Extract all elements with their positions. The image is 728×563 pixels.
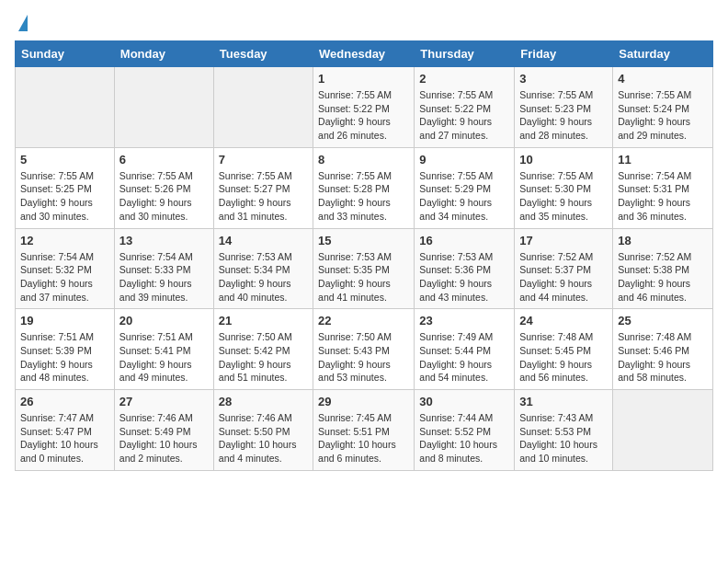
weekday-header-wednesday: Wednesday: [313, 41, 415, 67]
calendar-cell: 27Sunrise: 7:46 AM Sunset: 5:49 PM Dayli…: [114, 390, 213, 471]
day-number: 24: [519, 314, 608, 327]
day-number: 14: [219, 234, 308, 247]
weekday-header-monday: Monday: [114, 41, 213, 67]
day-info: Sunrise: 7:51 AM Sunset: 5:41 PM Dayligh…: [119, 330, 209, 385]
calendar-cell: 6Sunrise: 7:55 AM Sunset: 5:26 PM Daylig…: [114, 147, 213, 228]
calendar-cell: 21Sunrise: 7:50 AM Sunset: 5:42 PM Dayli…: [213, 309, 313, 390]
day-info: Sunrise: 7:52 AM Sunset: 5:38 PM Dayligh…: [618, 250, 708, 304]
day-info: Sunrise: 7:54 AM Sunset: 5:33 PM Dayligh…: [119, 250, 209, 304]
day-number: 9: [419, 153, 509, 167]
day-number: 27: [119, 395, 209, 408]
weekday-header-saturday: Saturday: [613, 41, 713, 67]
calendar-cell: 20Sunrise: 7:51 AM Sunset: 5:41 PM Dayli…: [114, 309, 213, 390]
day-info: Sunrise: 7:55 AM Sunset: 5:29 PM Dayligh…: [419, 169, 509, 224]
day-number: 30: [419, 395, 509, 408]
calendar-cell: [613, 390, 713, 471]
day-number: 17: [519, 234, 608, 247]
calendar-cell: 1Sunrise: 7:55 AM Sunset: 5:22 PM Daylig…: [313, 67, 415, 148]
calendar-cell: 8Sunrise: 7:55 AM Sunset: 5:28 PM Daylig…: [313, 147, 415, 228]
weekday-header-friday: Friday: [515, 41, 613, 67]
day-number: 6: [119, 153, 209, 167]
day-info: Sunrise: 7:44 AM Sunset: 5:52 PM Dayligh…: [419, 411, 509, 465]
calendar-cell: 9Sunrise: 7:55 AM Sunset: 5:29 PM Daylig…: [415, 147, 515, 228]
day-info: Sunrise: 7:53 AM Sunset: 5:34 PM Dayligh…: [219, 250, 308, 304]
day-info: Sunrise: 7:55 AM Sunset: 5:25 PM Dayligh…: [20, 169, 109, 224]
day-info: Sunrise: 7:52 AM Sunset: 5:37 PM Dayligh…: [519, 250, 608, 304]
calendar-week-row: 19Sunrise: 7:51 AM Sunset: 5:39 PM Dayli…: [16, 309, 713, 390]
day-info: Sunrise: 7:46 AM Sunset: 5:50 PM Dayligh…: [219, 411, 308, 465]
calendar-cell: 12Sunrise: 7:54 AM Sunset: 5:32 PM Dayli…: [16, 228, 115, 309]
day-info: Sunrise: 7:55 AM Sunset: 5:22 PM Dayligh…: [419, 88, 509, 143]
calendar-cell: 22Sunrise: 7:50 AM Sunset: 5:43 PM Dayli…: [313, 309, 415, 390]
day-info: Sunrise: 7:45 AM Sunset: 5:51 PM Dayligh…: [318, 411, 409, 465]
day-number: 13: [119, 234, 209, 247]
day-info: Sunrise: 7:43 AM Sunset: 5:53 PM Dayligh…: [519, 411, 608, 465]
calendar-cell: 10Sunrise: 7:55 AM Sunset: 5:30 PM Dayli…: [515, 147, 613, 228]
day-number: 7: [219, 153, 308, 167]
day-number: 2: [419, 72, 509, 86]
day-number: 29: [318, 395, 409, 408]
day-number: 25: [618, 314, 708, 327]
calendar-cell: 3Sunrise: 7:55 AM Sunset: 5:23 PM Daylig…: [515, 67, 613, 148]
page-header: [15, 15, 713, 31]
calendar-cell: [16, 67, 115, 148]
calendar-cell: 24Sunrise: 7:48 AM Sunset: 5:45 PM Dayli…: [515, 309, 613, 390]
calendar-cell: [114, 67, 213, 148]
calendar-cell: [213, 67, 313, 148]
day-info: Sunrise: 7:46 AM Sunset: 5:49 PM Dayligh…: [119, 411, 209, 465]
day-number: 3: [519, 72, 608, 86]
day-number: 26: [20, 395, 109, 408]
logo-triangle-icon: [18, 15, 28, 31]
day-number: 21: [219, 314, 308, 327]
day-number: 8: [318, 153, 409, 167]
calendar-cell: 29Sunrise: 7:45 AM Sunset: 5:51 PM Dayli…: [313, 390, 415, 471]
day-info: Sunrise: 7:55 AM Sunset: 5:23 PM Dayligh…: [519, 88, 608, 143]
weekday-header-thursday: Thursday: [415, 41, 515, 67]
day-number: 16: [419, 234, 509, 247]
calendar-cell: 13Sunrise: 7:54 AM Sunset: 5:33 PM Dayli…: [114, 228, 213, 309]
day-number: 19: [20, 314, 109, 327]
calendar-header-row: SundayMondayTuesdayWednesdayThursdayFrid…: [16, 41, 713, 67]
calendar-cell: 15Sunrise: 7:53 AM Sunset: 5:35 PM Dayli…: [313, 228, 415, 309]
calendar-cell: 23Sunrise: 7:49 AM Sunset: 5:44 PM Dayli…: [415, 309, 515, 390]
day-info: Sunrise: 7:55 AM Sunset: 5:28 PM Dayligh…: [318, 169, 409, 224]
logo: [15, 15, 28, 31]
calendar-cell: 28Sunrise: 7:46 AM Sunset: 5:50 PM Dayli…: [213, 390, 313, 471]
day-info: Sunrise: 7:53 AM Sunset: 5:35 PM Dayligh…: [318, 250, 409, 304]
day-info: Sunrise: 7:55 AM Sunset: 5:26 PM Dayligh…: [119, 169, 209, 224]
day-info: Sunrise: 7:54 AM Sunset: 5:32 PM Dayligh…: [20, 250, 109, 304]
calendar-cell: 25Sunrise: 7:48 AM Sunset: 5:46 PM Dayli…: [613, 309, 713, 390]
day-number: 18: [618, 234, 708, 247]
weekday-header-tuesday: Tuesday: [213, 41, 313, 67]
calendar-cell: 30Sunrise: 7:44 AM Sunset: 5:52 PM Dayli…: [415, 390, 515, 471]
day-info: Sunrise: 7:51 AM Sunset: 5:39 PM Dayligh…: [20, 330, 109, 385]
day-info: Sunrise: 7:53 AM Sunset: 5:36 PM Dayligh…: [419, 250, 509, 304]
day-info: Sunrise: 7:55 AM Sunset: 5:24 PM Dayligh…: [618, 88, 708, 143]
day-info: Sunrise: 7:49 AM Sunset: 5:44 PM Dayligh…: [419, 330, 509, 385]
calendar-cell: 26Sunrise: 7:47 AM Sunset: 5:47 PM Dayli…: [16, 390, 115, 471]
day-number: 28: [219, 395, 308, 408]
calendar-cell: 5Sunrise: 7:55 AM Sunset: 5:25 PM Daylig…: [16, 147, 115, 228]
day-number: 12: [20, 234, 109, 247]
day-number: 22: [318, 314, 409, 327]
calendar-cell: 31Sunrise: 7:43 AM Sunset: 5:53 PM Dayli…: [515, 390, 613, 471]
day-info: Sunrise: 7:48 AM Sunset: 5:45 PM Dayligh…: [519, 330, 608, 385]
day-info: Sunrise: 7:55 AM Sunset: 5:22 PM Dayligh…: [318, 88, 409, 143]
calendar-cell: 7Sunrise: 7:55 AM Sunset: 5:27 PM Daylig…: [213, 147, 313, 228]
day-info: Sunrise: 7:55 AM Sunset: 5:30 PM Dayligh…: [519, 169, 608, 224]
calendar-cell: 19Sunrise: 7:51 AM Sunset: 5:39 PM Dayli…: [16, 309, 115, 390]
calendar-table: SundayMondayTuesdayWednesdayThursdayFrid…: [15, 40, 713, 471]
calendar-cell: 18Sunrise: 7:52 AM Sunset: 5:38 PM Dayli…: [613, 228, 713, 309]
day-info: Sunrise: 7:55 AM Sunset: 5:27 PM Dayligh…: [219, 169, 308, 224]
calendar-cell: 2Sunrise: 7:55 AM Sunset: 5:22 PM Daylig…: [415, 67, 515, 148]
day-number: 4: [618, 72, 708, 86]
calendar-cell: 16Sunrise: 7:53 AM Sunset: 5:36 PM Dayli…: [415, 228, 515, 309]
day-number: 11: [618, 153, 708, 167]
day-info: Sunrise: 7:48 AM Sunset: 5:46 PM Dayligh…: [618, 330, 708, 385]
calendar-week-row: 1Sunrise: 7:55 AM Sunset: 5:22 PM Daylig…: [16, 67, 713, 148]
calendar-week-row: 12Sunrise: 7:54 AM Sunset: 5:32 PM Dayli…: [16, 228, 713, 309]
day-number: 10: [519, 153, 608, 167]
calendar-cell: 14Sunrise: 7:53 AM Sunset: 5:34 PM Dayli…: [213, 228, 313, 309]
day-info: Sunrise: 7:47 AM Sunset: 5:47 PM Dayligh…: [20, 411, 109, 465]
calendar-week-row: 26Sunrise: 7:47 AM Sunset: 5:47 PM Dayli…: [16, 390, 713, 471]
